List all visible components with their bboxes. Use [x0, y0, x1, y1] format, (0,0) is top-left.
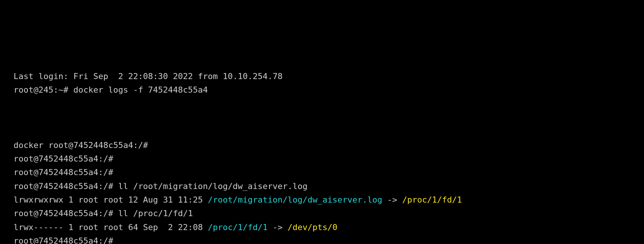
ll-output-1: lrwxrwxrwx 1 root root 12 Aug 31 11:25 /… — [14, 193, 630, 207]
blank-gap — [14, 97, 630, 139]
symlink-source-2: /proc/1/fd/1 — [208, 223, 268, 232]
login-banner: Last login: Fri Sep 2 22:08:30 2022 from… — [14, 70, 630, 83]
ll-output-2: lrwx------ 1 root root 64 Sep 2 22:08 /p… — [14, 221, 630, 234]
symlink-source-1: /root/migration/log/dw_aiserver.log — [208, 195, 383, 204]
container-prompt-4: root@7452448c55a4:/# — [14, 234, 630, 244]
container-prompt-3: root@7452448c55a4:/# — [14, 166, 630, 179]
symlink-target-1: /proc/1/fd/1 — [402, 195, 462, 204]
arrow-2: -> — [268, 223, 288, 232]
host-prompt-command: root@245:~# docker logs -f 7452448c55a4 — [14, 83, 630, 97]
ll-cmd-1: root@7452448c55a4:/# ll /root/migration/… — [14, 180, 630, 193]
ll-cmd-2: root@7452448c55a4:/# ll /proc/1/fd/1 — [14, 207, 630, 220]
container-prompt-2: root@7452448c55a4:/# — [14, 152, 630, 166]
arrow-1: -> — [382, 195, 402, 204]
ll-output-2-perms: lrwx------ 1 root root 64 Sep 2 22:08 — [14, 223, 208, 232]
symlink-target-2: /dev/pts/0 — [288, 223, 337, 232]
ll-output-1-perms: lrwxrwxrwx 1 root root 12 Aug 31 11:25 — [14, 195, 208, 204]
container-prompt-1: docker root@7452448c55a4:/# — [14, 139, 630, 152]
